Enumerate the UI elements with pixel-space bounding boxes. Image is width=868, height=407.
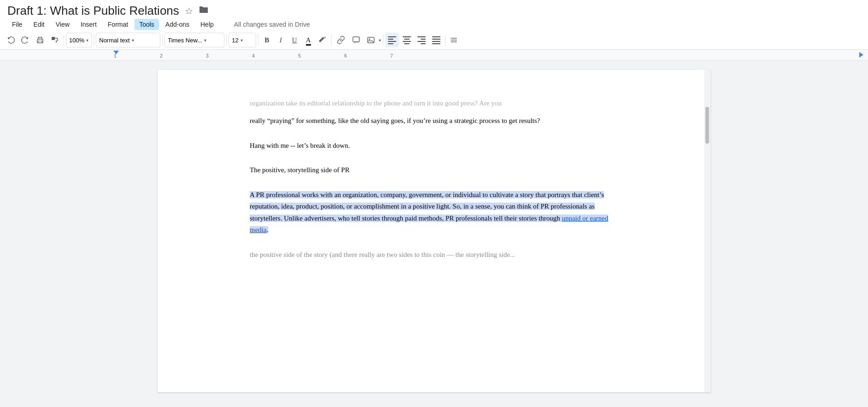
underline-button[interactable]: U	[288, 33, 301, 47]
ruler-tick-2: 2	[138, 53, 184, 58]
paragraph-3: The positive, storytelling side of PR	[250, 164, 628, 176]
paragraph-2: Hang with me -- let’s break it down.	[250, 140, 628, 152]
menu-file[interactable]: File	[7, 19, 27, 30]
scrollbar[interactable]	[704, 70, 710, 392]
comment-button[interactable]	[349, 33, 363, 47]
bottom-text: the positive side of the story (and ther…	[250, 251, 515, 258]
para2-text: Hang with me -- let’s break it down.	[250, 142, 350, 149]
style-select[interactable]: Normal text ▾	[96, 33, 160, 47]
document-area: organization take its editorial relation…	[0, 61, 868, 401]
separator-7	[383, 35, 383, 46]
folder-icon[interactable]	[199, 6, 209, 16]
ruler-numbers: 1 2 3 4 5 6 7	[92, 53, 415, 58]
svg-rect-3	[353, 37, 359, 42]
ruler: 1 2 3 4 5 6 7	[0, 50, 868, 61]
highlight-main: A PR professional works with an organiza…	[250, 191, 604, 222]
align-right-icon	[417, 36, 426, 44]
align-center-button[interactable]	[400, 33, 414, 47]
align-justify-icon	[432, 36, 440, 44]
size-select[interactable]: 12 ▾	[229, 33, 256, 47]
zoom-select[interactable]: 100% ▾	[66, 33, 92, 47]
style-value: Normal text	[99, 37, 129, 44]
svg-rect-1	[38, 41, 42, 43]
highlight-button[interactable]	[316, 33, 329, 47]
link-button[interactable]	[334, 33, 348, 47]
document-title[interactable]: Draft 1: What is Public Relations	[7, 4, 179, 18]
paragraph-1: really “praying” for something, like the…	[250, 115, 628, 127]
svg-point-5	[369, 39, 370, 40]
ruler-tick-6: 6	[323, 53, 369, 58]
menu-addons[interactable]: Add-ons	[161, 19, 194, 30]
text-color-bar	[306, 44, 311, 46]
document-content: organization take its editorial relation…	[250, 98, 628, 261]
more-button[interactable]	[447, 33, 460, 47]
font-select[interactable]: Times New... ▾	[164, 33, 224, 47]
para1-text: really “praying” for something, like the…	[250, 117, 540, 124]
menu-tools[interactable]: Tools	[135, 19, 159, 30]
highlighted-text: A PR professional works with an organiza…	[250, 191, 608, 234]
image-chevron[interactable]: ▾	[379, 38, 381, 43]
ruler-right-marker[interactable]	[859, 52, 863, 58]
menu-help[interactable]: Help	[196, 19, 218, 30]
separator-5	[258, 35, 258, 46]
italic-button[interactable]: I	[274, 33, 287, 47]
document-page[interactable]: organization take its editorial relation…	[158, 70, 710, 392]
font-chevron: ▾	[204, 38, 206, 43]
font-value: Times New...	[168, 37, 202, 44]
faded-paragraph: organization take its editorial relation…	[250, 98, 628, 108]
after-link: .	[267, 226, 269, 233]
text-color-icon: A	[306, 36, 311, 44]
star-icon[interactable]: ☆	[185, 6, 193, 17]
menu-view[interactable]: View	[51, 19, 74, 30]
align-right-button[interactable]	[415, 33, 428, 47]
menu-edit[interactable]: Edit	[29, 19, 49, 30]
scrollbar-thumb[interactable]	[705, 107, 709, 144]
highlighted-paragraph: A PR professional works with an organiza…	[250, 189, 628, 236]
para3-text: The positive, storytelling side of PR	[250, 166, 350, 174]
paint-format-button[interactable]	[48, 33, 62, 47]
print-button[interactable]	[33, 33, 47, 47]
separator-2	[94, 35, 94, 46]
menu-bar: File Edit View Insert Format Tools Add-o…	[0, 18, 868, 31]
ruler-tick-5: 5	[276, 53, 323, 58]
ruler-tick-7: 7	[369, 53, 415, 58]
separator-1	[64, 35, 64, 46]
separator-3	[162, 35, 163, 46]
menu-format[interactable]: Format	[103, 19, 133, 30]
title-bar: Draft 1: What is Public Relations ☆	[0, 0, 868, 18]
style-chevron: ▾	[132, 38, 134, 43]
ruler-tick-1: 1	[92, 53, 138, 58]
bottom-paragraph: the positive side of the story (and ther…	[250, 249, 628, 261]
separator-4	[226, 35, 227, 46]
zoom-value: 100%	[69, 37, 84, 44]
separator-6	[331, 35, 332, 46]
size-value: 12	[232, 37, 238, 44]
align-left-button[interactable]	[385, 33, 399, 47]
separator-8	[445, 35, 446, 46]
size-chevron: ▾	[240, 38, 243, 43]
undo-button[interactable]	[4, 33, 18, 47]
align-center-icon	[403, 36, 411, 44]
ruler-tick-4: 4	[230, 53, 276, 58]
redo-button[interactable]	[18, 33, 32, 47]
svg-rect-2	[52, 37, 55, 40]
zoom-chevron: ▾	[86, 38, 88, 43]
text-color-button[interactable]: A	[302, 33, 315, 47]
bold-button[interactable]: B	[260, 33, 273, 47]
menu-insert[interactable]: Insert	[76, 19, 101, 30]
ruler-tick-3: 3	[184, 53, 230, 58]
image-button[interactable]	[364, 33, 378, 47]
align-left-icon	[388, 36, 396, 44]
saved-status: All changes saved in Drive	[229, 19, 315, 30]
align-justify-button[interactable]	[429, 33, 443, 47]
toolbar: 100% ▾ Normal text ▾ Times New... ▾ 12 ▾…	[0, 31, 868, 50]
